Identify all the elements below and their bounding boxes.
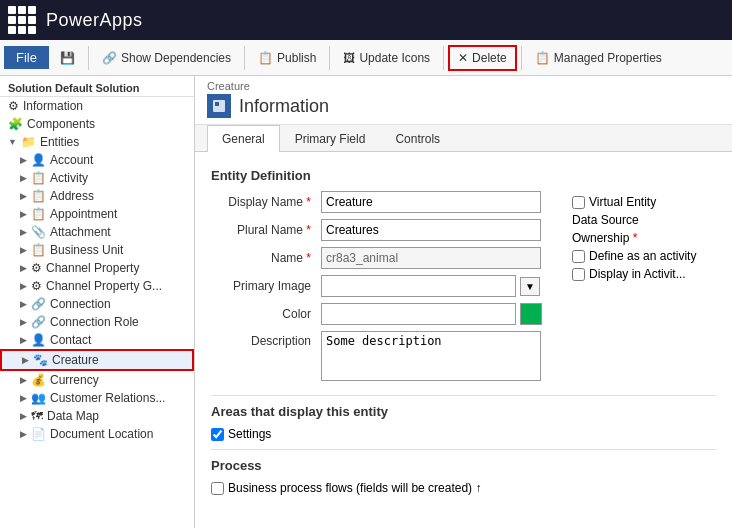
sidebar-item-address[interactable]: ▶ 📋 Address [0,187,194,205]
sidebar-item-appointment[interactable]: ▶ 📋 Appointment [0,205,194,223]
publish-icon: 📋 [258,51,273,65]
sidebar-item-contact[interactable]: ▶ 👤 Contact [0,331,194,349]
sidebar-item-components[interactable]: 🧩 Components [0,115,194,133]
tab-controls[interactable]: Controls [380,125,455,152]
sidebar-item-connection[interactable]: ▶ 🔗 Connection [0,295,194,313]
contact-arrow: ▶ [20,335,27,345]
ownership-label: Ownership * [572,231,637,245]
page-title-icon [207,94,231,118]
sidebar-item-label: Activity [50,171,88,185]
main-area: Solution Default Solution ⚙ Information … [0,76,732,528]
sidebar-item-customerrelations[interactable]: ▶ 👥 Customer Relations... [0,389,194,407]
sidebar-item-channelpropertyg[interactable]: ▶ ⚙ Channel Property G... [0,277,194,295]
settings-checkbox[interactable] [211,428,224,441]
sidebar-item-information[interactable]: ⚙ Information [0,97,194,115]
publish-button[interactable]: 📋 Publish [249,46,325,70]
color-input[interactable] [321,303,516,325]
connectionrole-icon: 🔗 [31,315,46,329]
sidebar-item-label: Attachment [50,225,111,239]
tab-primary-field[interactable]: Primary Field [280,125,381,152]
sidebar-item-channelproperty[interactable]: ▶ ⚙ Channel Property [0,259,194,277]
description-row: Description Some description [211,331,542,381]
primary-image-wrapper: ▼ [321,275,540,297]
update-icons-button[interactable]: 🖼 Update Icons [334,46,439,70]
bpf-row: Business process flows (fields will be c… [211,481,716,495]
account-icon: 👤 [31,153,46,167]
entity-definition-title: Entity Definition [211,168,716,183]
sidebar-item-currency[interactable]: ▶ 💰 Currency [0,371,194,389]
page-title-area: Information [195,92,732,125]
name-input [321,247,541,269]
sidebar-scroll[interactable]: ⚙ Information 🧩 Components ▼ 📁 Entities … [0,97,194,528]
ownership-row: Ownership * [572,231,696,245]
sidebar-item-label: Currency [50,373,99,387]
deps-icon: 🔗 [102,51,117,65]
virtual-entity-row: Virtual Entity [572,195,696,209]
page-title: Information [239,96,329,117]
channelpropertyg-icon: ⚙ [31,279,42,293]
documentlocation-icon: 📄 [31,427,46,441]
currency-arrow: ▶ [20,375,27,385]
ribbon-sep-4 [443,46,444,70]
color-row: Color [211,303,542,325]
data-source-label: Data Source [572,213,639,227]
sidebar-item-activity[interactable]: ▶ 📋 Activity [0,169,194,187]
primary-image-dropdown-icon[interactable]: ▼ [520,277,540,296]
address-arrow: ▶ [20,191,27,201]
description-textarea[interactable]: Some description [321,331,541,381]
form-area: Entity Definition Display Name * Plural … [195,152,732,528]
components-icon: 🧩 [8,117,23,131]
customerrelations-icon: 👥 [31,391,46,405]
required-star: * [306,195,311,209]
sidebar-item-account[interactable]: ▶ 👤 Account [0,151,194,169]
sidebar-item-label: Channel Property [46,261,139,275]
sidebar-item-businessunit[interactable]: ▶ 📋 Business Unit [0,241,194,259]
file-button[interactable]: File [4,46,49,69]
areas-title: Areas that display this entity [211,404,716,419]
bpf-checkbox[interactable] [211,482,224,495]
contact-icon: 👤 [31,333,46,347]
save-button[interactable]: 💾 [51,46,84,70]
datamap-icon: 🗺 [31,409,43,423]
sidebar-item-documentlocation[interactable]: ▶ 📄 Document Location [0,425,194,443]
sidebar-item-connectionrole[interactable]: ▶ 🔗 Connection Role [0,313,194,331]
connectionrole-arrow: ▶ [20,317,27,327]
primary-image-label: Primary Image [211,279,321,293]
define-as-activity-checkbox[interactable] [572,250,585,263]
color-swatch[interactable] [520,303,542,325]
required-star-3: * [306,251,311,265]
connection-icon: 🔗 [31,297,46,311]
primary-image-input[interactable] [321,275,516,297]
businessunit-icon: 📋 [31,243,46,257]
delete-button[interactable]: ✕ Delete [448,45,517,71]
sidebar-item-creature[interactable]: ▶ 🐾 Creature [0,349,194,371]
tab-general[interactable]: General [207,125,280,152]
display-in-activity-label: Display in Activit... [589,267,686,281]
appointment-arrow: ▶ [20,209,27,219]
breadcrumb: Creature [195,76,732,92]
address-icon: 📋 [31,189,46,203]
sidebar-item-attachment[interactable]: ▶ 📎 Attachment [0,223,194,241]
name-row: Name * [211,247,542,269]
sidebar-item-datamap[interactable]: ▶ 🗺 Data Map [0,407,194,425]
sidebar-item-entities[interactable]: ▼ 📁 Entities [0,133,194,151]
description-label: Description [211,331,321,348]
managed-icon: 📋 [535,51,550,65]
svg-rect-1 [215,102,219,106]
businessunit-arrow: ▶ [20,245,27,255]
display-in-activity-row: Display in Activit... [572,267,696,281]
waffle-icon[interactable] [8,6,36,34]
plural-name-row: Plural Name * [211,219,542,241]
tabs-bar: General Primary Field Controls [195,125,732,152]
plural-name-input[interactable] [321,219,541,241]
virtual-entity-checkbox[interactable] [572,196,585,209]
ribbon-sep-5 [521,46,522,70]
sidebar-header: Solution Default Solution [0,76,194,97]
managed-properties-button[interactable]: 📋 Managed Properties [526,46,671,70]
display-name-input[interactable] [321,191,541,213]
show-dependencies-button[interactable]: 🔗 Show Dependencies [93,46,240,70]
display-in-activity-checkbox[interactable] [572,268,585,281]
currency-icon: 💰 [31,373,46,387]
top-bar: PowerApps [0,0,732,40]
section-divider-2 [211,449,716,450]
